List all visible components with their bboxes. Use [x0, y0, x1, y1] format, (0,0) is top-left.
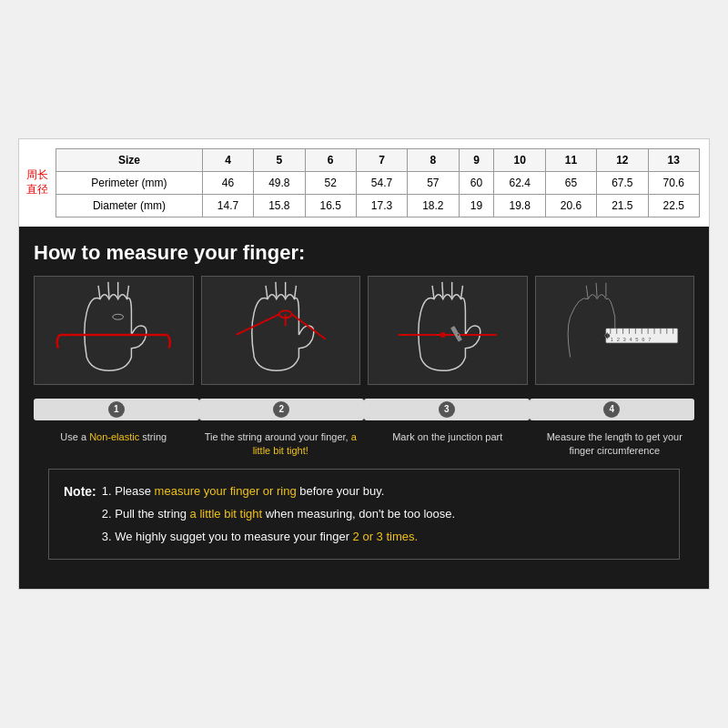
- table-header-row: Size 4 5 6 7 8 9 10 11 12 13: [56, 148, 700, 171]
- cell-d-4: 14.7: [202, 194, 253, 217]
- note-2-highlight: a little bit tight: [190, 507, 263, 521]
- cell-p-8: 57: [408, 171, 459, 194]
- table-row-diameter: Diameter (mm) 14.7 15.8 16.5 17.3 18.2 1…: [56, 194, 700, 217]
- col-9: 9: [459, 148, 494, 171]
- illustration-3: [368, 276, 528, 385]
- step-1: Use a Non-elastic string: [34, 430, 194, 459]
- how-to-title: How to measure your finger:: [34, 241, 694, 265]
- cell-d-6: 16.5: [305, 194, 356, 217]
- step-descriptions: Use a Non-elastic string Tie the string …: [34, 430, 694, 459]
- cell-p-5: 49.8: [254, 171, 305, 194]
- svg-line-2: [108, 281, 109, 297]
- step-2-text: Tie the string around your finger, a lit…: [201, 430, 361, 459]
- step-3: Mark on the junction part: [368, 430, 528, 459]
- cell-d-8: 18.2: [408, 194, 459, 217]
- size-table: Size 4 5 6 7 8 9 10 11 12 13 Perimeter (…: [56, 148, 700, 217]
- note-section: Note: 1. Please measure your finger or r…: [48, 469, 680, 560]
- ruler-svg: 1 2 3 4 5 6 7: [536, 277, 694, 384]
- cell-p-4: 46: [202, 171, 253, 194]
- cell-p-13: 70.6: [648, 171, 699, 194]
- size-table-section: 周长 直径 Size 4 5 6 7 8 9 10 11 12 13: [19, 139, 709, 227]
- col-11: 11: [545, 148, 596, 171]
- step-2: Tie the string around your finger, a lit…: [201, 430, 361, 459]
- illustration-2: [201, 276, 361, 385]
- step-3-text: Mark on the junction part: [392, 430, 502, 444]
- hand-svg-2: [202, 277, 360, 384]
- chinese-diameter: 直径: [26, 183, 48, 198]
- svg-rect-7: [209, 277, 352, 384]
- step-pill-1: 1: [34, 399, 199, 420]
- step-4: Measure the length to get your finger ci…: [535, 430, 695, 459]
- step-circle-3: 3: [439, 401, 455, 418]
- note-label: Note:: [64, 480, 96, 548]
- illustration-4: 1 2 3 4 5 6 7: [535, 276, 695, 385]
- hand-svg-3: [369, 277, 527, 384]
- svg-point-23: [440, 332, 446, 338]
- col-10: 10: [494, 148, 545, 171]
- step-flow-1: 1: [34, 396, 199, 423]
- cell-p-7: 54.7: [356, 171, 407, 194]
- svg-text:2: 2: [616, 336, 619, 341]
- note-header-line: Note: 1. Please measure your finger or r…: [64, 480, 664, 548]
- cell-d-12: 21.5: [597, 194, 648, 217]
- cell-p-12: 67.5: [597, 171, 648, 194]
- col-8: 8: [408, 148, 459, 171]
- step-circle-2: 2: [273, 401, 289, 418]
- illustration-1: [34, 276, 194, 385]
- cell-d-10: 19.8: [494, 194, 545, 217]
- chinese-perimeter: 周长: [26, 167, 48, 183]
- step-pill-3: 3: [364, 399, 530, 420]
- cell-p-9: 60: [459, 171, 494, 194]
- hand-svg-1: [35, 277, 193, 384]
- col-size: Size: [56, 148, 203, 171]
- col-5: 5: [254, 148, 305, 171]
- step-1-highlight: Non-elastic: [89, 431, 139, 442]
- cell-p-10: 62.4: [494, 171, 545, 194]
- step-circle-4: 4: [603, 401, 620, 418]
- step-1-text: Use a Non-elastic string: [60, 430, 167, 444]
- col-6: 6: [305, 148, 356, 171]
- chinese-labels: 周长 直径: [26, 167, 48, 198]
- cell-p-6: 52: [305, 171, 356, 194]
- step-flow-4: 4: [530, 396, 695, 423]
- svg-line-9: [275, 281, 276, 297]
- svg-line-18: [442, 281, 443, 297]
- svg-text:7: 7: [648, 336, 651, 341]
- step-pill-4: 4: [530, 399, 695, 420]
- step-flow: 1 2 3 4: [34, 396, 694, 423]
- note-item-3: 3. We highly sugget you to measure your …: [102, 526, 664, 549]
- svg-rect-0: [42, 277, 185, 384]
- step-2-highlight: a little bit tight!: [253, 431, 357, 456]
- note-item-1: 1. Please measure your finger or ring be…: [102, 480, 664, 503]
- step-circle-1: 1: [108, 401, 125, 418]
- col-4: 4: [202, 148, 253, 171]
- note-3-highlight: 2 or 3 times.: [353, 530, 419, 543]
- svg-point-24: [457, 333, 460, 336]
- illustrations: 1 2 3 4 5 6 7: [34, 276, 694, 385]
- col-13: 13: [648, 148, 699, 171]
- step-4-text: Measure the length to get your finger ci…: [535, 430, 695, 459]
- cell-d-9: 19: [459, 194, 494, 217]
- col-12: 12: [597, 148, 648, 171]
- svg-text:1: 1: [610, 336, 612, 341]
- table-row-perimeter: Perimeter (mm) 46 49.8 52 54.7 57 60 62.…: [56, 171, 700, 194]
- cell-d-11: 20.6: [545, 194, 596, 217]
- how-to-section: How to measure your finger:: [19, 227, 709, 470]
- cell-d-7: 17.3: [356, 194, 407, 217]
- cell-p-11: 65: [545, 171, 596, 194]
- col-7: 7: [356, 148, 407, 171]
- main-container: 周长 直径 Size 4 5 6 7 8 9 10 11 12 13: [18, 138, 710, 591]
- note-items: 1. Please measure your finger or ring be…: [102, 480, 664, 548]
- step-flow-2: 2: [199, 396, 365, 423]
- cell-d-5: 15.8: [254, 194, 305, 217]
- note-item-2: 2. Pull the string a little bit tight wh…: [102, 503, 664, 526]
- step-flow-3: 3: [364, 396, 530, 423]
- note-1-highlight: measure your finger or ring: [155, 484, 297, 498]
- step-pill-2: 2: [199, 399, 365, 420]
- cell-d-13: 22.5: [648, 194, 699, 217]
- svg-rect-16: [376, 277, 519, 384]
- row-label-diameter: Diameter (mm): [56, 194, 203, 217]
- row-label-perimeter: Perimeter (mm): [56, 171, 203, 194]
